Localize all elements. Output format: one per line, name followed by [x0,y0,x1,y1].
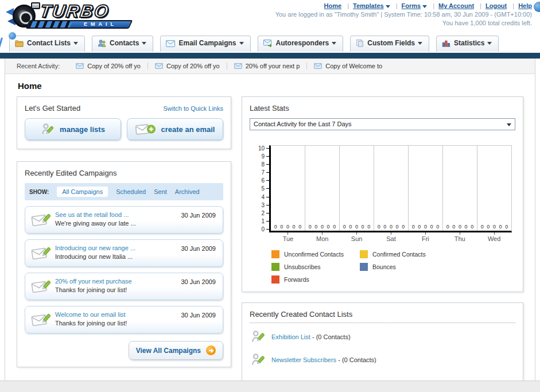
tab-email-campaigns[interactable]: Email Campaigns [160,36,250,52]
chevron-down-icon [418,42,422,45]
recent-activity-text: Copy of 20% off yo [166,63,220,69]
bar-value-label: 0 [418,224,421,230]
nav-help-link[interactable]: Help [518,2,532,9]
campaign-title-link[interactable]: See us at the retail food ... [55,211,129,218]
nav-item-logout[interactable]: Logout [476,2,507,9]
nav-item-home[interactable]: Home [324,2,342,9]
contact-activity-chart: 109876543210 000000000000000000000000000… [254,145,512,284]
logo-title: TURBO [38,1,110,22]
legend-item: Bounces [360,263,448,271]
bar-chart-icon [442,39,450,49]
right-column: Latest Stats Contact Activity for the La… [242,96,523,392]
legend-label: Confirmed Contacts [372,251,426,258]
contact-list-item[interactable]: Exhibition List - (0 Contacts) [250,325,515,348]
campaign-row[interactable]: Introducing our new range ... Introducin… [25,239,223,267]
x-tick-label: Sat [374,232,409,242]
header: TURBO EMAIL Home Templates Forms My Acco… [0,0,540,36]
legend-swatch [271,275,279,284]
tab-autoresponders[interactable]: Autoresponders [258,36,344,52]
nav-item-my-account[interactable]: My Account [429,2,474,9]
campaign-row[interactable]: See us at the retail food ... We're givi… [25,206,223,234]
bar-value-label: 0 [436,224,439,230]
recent-activity-bar: Recent Activity: Copy of 20% off yo Copy… [5,59,535,74]
switch-to-quick-links[interactable]: Switch to Quick Links [163,105,223,112]
x-tick-label: Sun [340,232,374,242]
create-email-button[interactable]: create an email [127,118,223,140]
y-tick-label: 8 [254,161,269,167]
campaign-title-link[interactable]: Welcome to our email list [55,311,126,318]
manage-lists-button[interactable]: manage lists [25,118,121,140]
recent-activity-item[interactable]: 20% off your next p [227,63,307,69]
nav-item-help[interactable]: Help [508,2,532,9]
bar-value-label: 0 [274,224,277,230]
page: TURBO EMAIL Home Templates Forms My Acco… [0,0,540,392]
contact-list-link[interactable]: Newsletter Subscribers [271,356,336,363]
envelope-pencil-icon [31,212,50,229]
filter-sent[interactable]: Sent [154,188,167,195]
create-email-label: create an email [161,125,215,134]
filter-archived[interactable]: Archived [175,188,200,195]
campaign-row[interactable]: Welcome to our email list Thanks for joi… [25,306,223,333]
y-tick-label: 5 [254,186,269,192]
bar-value-label: 0 [355,224,358,230]
tab-statistics[interactable]: Statistics [436,36,499,52]
bar-value-label: 0 [286,224,289,230]
login-status-text: You are logged in as "Timothy Smith" | S… [275,11,532,18]
filter-scheduled[interactable]: Scheduled [116,188,146,195]
recent-activity-text: 20% off your next p [246,63,300,69]
campaign-subtitle: We're giving away our late ... [55,220,217,227]
tab-contacts[interactable]: Contacts [92,36,153,52]
campaign-row[interactable]: 20% off your next purchase Thanks for jo… [25,273,223,300]
campaign-subtitle: Thanks for joining our list! [55,286,217,293]
stats-period-select[interactable]: Contact Activity for the Last 7 Days [250,118,515,130]
tab-custom-fields[interactable]: Custom Fields [350,36,429,52]
bar-value-label: 0 [481,224,484,230]
contact-list-link[interactable]: Exhibition List [271,333,310,340]
contact-list-item[interactable]: Newsletter Subscribers - (0 Contacts) [250,348,515,371]
campaign-title-link[interactable]: 20% off your next purchase [55,278,132,285]
tab-label: Email Campaigns [178,39,236,47]
recent-activity-item[interactable]: Copy of Welcome to [306,63,389,69]
chart-day-group: 00000 [305,146,340,231]
legend-label: Bounces [372,263,396,270]
bar-value-label: 0 [402,224,405,230]
chart-y-axis: 109876543210 [254,145,269,232]
nav-my-account-link[interactable]: My Account [438,2,474,9]
chevron-down-icon [386,5,390,8]
filter-all-campaigns[interactable]: All Campaigns [57,187,108,197]
nav-item-forms[interactable]: Forms [392,2,427,9]
campaign-title-link[interactable]: Introducing our new range ... [55,244,135,251]
bar-value-label: 0 [314,224,317,230]
campaign-filter-bar: SHOW: All Campaigns Scheduled Sent Archi… [25,183,223,200]
person-pencil-icon [251,352,266,367]
bar-value-label: 0 [349,224,352,230]
tab-label: Contact Lists [27,39,71,47]
campaign-date: 30 Jun 2009 [181,245,216,252]
bar-value-label: 0 [280,224,283,230]
view-all-campaigns-button[interactable]: View All Campaigns [129,341,223,360]
chevron-down-icon [507,123,511,126]
person-pencil-icon [251,329,266,344]
pin-icon [9,32,16,40]
nav-item-templates[interactable]: Templates [343,2,390,9]
folder-icon [15,40,24,49]
left-column: Let's Get Started Switch to Quick Links … [17,96,231,367]
bar-value-label: 0 [487,224,490,230]
legend-swatch [360,263,368,271]
logo-stripes [28,21,73,28]
recent-activity-item[interactable]: Copy of 20% off yo [69,63,147,69]
y-tick-label: 4 [254,194,269,200]
recent-activity-label: Recent Activity: [17,63,60,69]
nav-forms-link[interactable]: Forms [402,2,421,9]
nav-templates-link[interactable]: Templates [353,2,384,9]
stats-select-value: Contact Activity for the Last 7 Days [254,121,352,127]
bar-value-label: 0 [378,224,380,230]
nav-logout-link[interactable]: Logout [485,2,507,9]
tab-contact-lists[interactable]: Contact Lists [9,36,85,52]
turbo-pipe-icon [31,2,40,9]
bar-value-label: 0 [333,224,336,230]
nav-home-link[interactable]: Home [324,2,342,9]
recent-activity-item[interactable]: Copy of 20% off yo [147,63,227,69]
campaign-subtitle: Introducing our new Italia ... [55,253,217,260]
chart-day-group: 00000 [443,146,477,231]
